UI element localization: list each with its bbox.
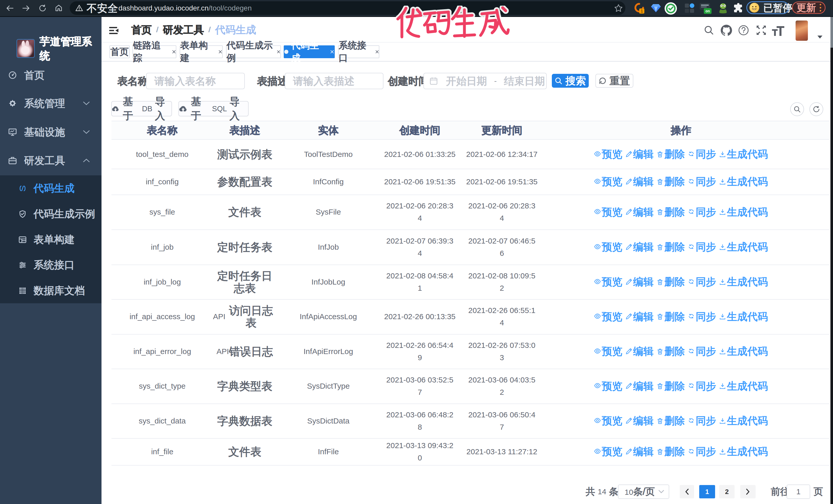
svg-text:on: on [705,9,710,13]
svg-text:1: 1 [641,9,643,13]
